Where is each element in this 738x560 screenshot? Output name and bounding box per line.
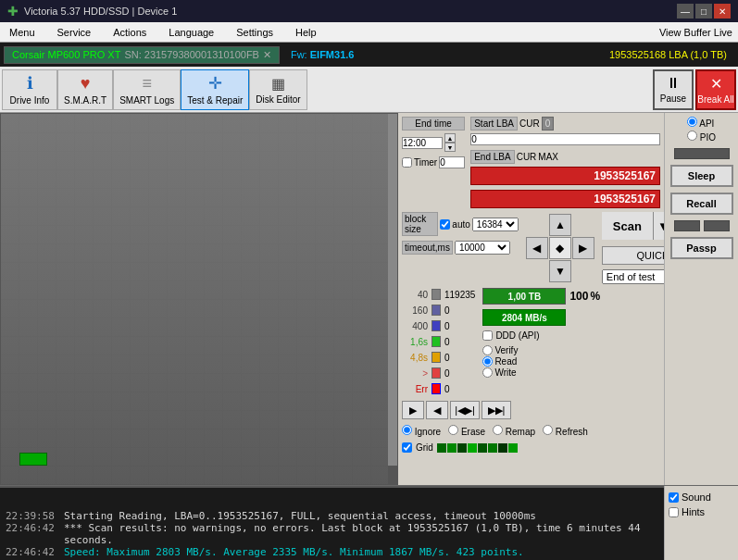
api-radio[interactable] xyxy=(687,117,697,127)
ddd-api-checkbox[interactable] xyxy=(482,330,493,341)
play-back-button[interactable]: ◀ xyxy=(426,401,448,419)
grid-cell-6 xyxy=(488,443,497,453)
close-button[interactable]: ✕ xyxy=(714,4,731,19)
end-lba-header: End LBA CUR MAX xyxy=(470,150,660,164)
bar-1600 xyxy=(432,336,441,347)
count-160: 160 0 xyxy=(402,305,475,316)
break-icon: ✕ xyxy=(710,75,722,93)
smart-button[interactable]: ♥ S.M.A.R.T xyxy=(57,69,113,110)
block-size-row: block size auto 16384 8192 4096 xyxy=(402,212,519,236)
view-buffer-live[interactable]: View Buffer Live xyxy=(659,27,732,38)
end-time-down[interactable]: ▼ xyxy=(444,143,456,152)
drive-info-button[interactable]: ℹ Drive Info xyxy=(2,69,57,110)
auto-checkbox[interactable] xyxy=(440,219,450,230)
arrow-empty-br xyxy=(572,260,594,282)
refresh-radio[interactable] xyxy=(543,425,553,435)
sound-checkbox[interactable] xyxy=(669,492,679,503)
timeout-label: timeout,ms xyxy=(402,241,453,255)
disk-editor-button[interactable]: ▦ Disk Editor xyxy=(249,69,306,110)
end-time-input-row: ▲ ▼ xyxy=(402,133,465,152)
erase-radio[interactable] xyxy=(448,425,458,435)
refresh-radio-label[interactable]: Refresh xyxy=(543,425,588,437)
arrow-empty-tr xyxy=(572,214,594,236)
hints-checkbox[interactable] xyxy=(669,507,679,517)
log-row-0: 22:39:58 Starting Reading, LBA=0..195352… xyxy=(6,510,658,522)
arrow-center[interactable]: ◆ xyxy=(549,237,571,259)
end-time-input[interactable] xyxy=(402,137,443,149)
remap-radio-label[interactable]: Remap xyxy=(493,425,535,437)
remap-radio[interactable] xyxy=(493,425,503,435)
verify-radio-label[interactable]: Verify xyxy=(482,345,660,355)
smart-logs-button[interactable]: ≡ SMART Logs xyxy=(113,69,181,110)
passp-button[interactable]: Passp xyxy=(670,237,733,259)
counts-progress-row: 40 119235 160 0 400 0 1 xyxy=(402,288,660,395)
ignore-radio-label[interactable]: Ignore xyxy=(402,425,441,437)
write-radio[interactable] xyxy=(482,367,493,378)
size-progress-row: 1,00 TB 100 % xyxy=(482,288,660,305)
recall-button[interactable]: Recall xyxy=(670,193,733,215)
start-lba-cur-val: 0 xyxy=(542,117,555,131)
menu-item-service[interactable]: Service xyxy=(54,27,95,38)
write-radio-label[interactable]: Write xyxy=(482,367,660,378)
grid-checkbox[interactable] xyxy=(402,442,412,453)
end-of-test-select[interactable]: End of test xyxy=(602,269,664,284)
verify-radio[interactable] xyxy=(482,345,493,355)
sound-label: Sound xyxy=(682,492,711,503)
toolbar: ℹ Drive Info ♥ S.M.A.R.T ≡ SMART Logs ✛ … xyxy=(0,67,738,113)
timer-checkbox[interactable] xyxy=(402,157,412,168)
ddd-api-label: DDD (API) xyxy=(495,330,539,341)
drive-tab[interactable]: Corsair MP600 PRO XT SN: 231579380001310… xyxy=(4,46,280,64)
menu-item-settings[interactable]: Settings xyxy=(232,27,277,38)
arrow-down[interactable]: ▼ xyxy=(549,260,571,282)
timeout-select[interactable]: 10000 5000 30000 xyxy=(455,241,510,255)
start-lba-input[interactable] xyxy=(470,133,660,145)
erase-radio-label[interactable]: Erase xyxy=(448,425,485,437)
pio-radio-label[interactable]: PIO xyxy=(687,131,716,143)
block-size-select[interactable]: 16384 8192 4096 xyxy=(472,218,519,231)
center-panel xyxy=(0,113,398,485)
arrow-right[interactable]: ▶ xyxy=(572,237,594,259)
drive-fw: Fw: EIFM31.6 xyxy=(283,47,361,62)
count-4800: 4,8s 0 xyxy=(402,352,475,363)
hints-check-label[interactable]: Hints xyxy=(669,506,734,517)
count-err: Err 0 xyxy=(402,383,475,394)
read-radio[interactable] xyxy=(482,356,493,367)
app-icon: ✚ xyxy=(7,4,19,19)
pio-radio[interactable] xyxy=(687,131,697,141)
play-skip-button[interactable]: |◀▶| xyxy=(450,401,480,419)
menu-item-help[interactable]: Help xyxy=(292,27,320,38)
test-repair-button[interactable]: ✛ Test & Repair xyxy=(181,69,249,110)
minimize-button[interactable]: — xyxy=(677,4,694,19)
ignore-radio[interactable] xyxy=(402,425,412,435)
top-params-row: End time ▲ ▼ Timer xyxy=(402,117,660,208)
log-row-1: 22:46:42 *** Scan results: no warnings, … xyxy=(6,522,658,546)
scan-dropdown-button[interactable]: ▼ xyxy=(654,212,664,240)
timer-input[interactable] xyxy=(439,156,465,168)
graph-scrollbar-thumb[interactable] xyxy=(388,466,397,484)
tool-right: ⏸ Pause ✕ Break All xyxy=(653,69,736,110)
drive-sn: SN: 231579380001310100FB xyxy=(124,49,259,60)
menu-item-actions[interactable]: Actions xyxy=(109,27,150,38)
arrow-up[interactable]: ▲ xyxy=(549,214,571,236)
pause-button[interactable]: ⏸ Pause xyxy=(653,69,694,110)
arrow-left[interactable]: ◀ xyxy=(526,237,548,259)
test-repair-icon: ✛ xyxy=(208,73,222,93)
remap-label: Remap xyxy=(506,427,535,437)
scan-button[interactable]: Scan xyxy=(602,212,654,240)
menu-item-language[interactable]: Language xyxy=(165,27,218,38)
speed-row: 2804 MB/s xyxy=(482,309,660,326)
api-radio-label[interactable]: API xyxy=(687,117,716,129)
menu-item-menu[interactable]: Menu xyxy=(6,27,39,38)
drive-tab-close[interactable]: ✕ xyxy=(263,49,271,61)
graph-scrollbar[interactable] xyxy=(388,114,397,484)
play-forward-button[interactable]: ▶ xyxy=(402,401,424,419)
quick-button[interactable]: QUICK xyxy=(602,246,664,265)
read-radio-label[interactable]: Read xyxy=(482,356,660,367)
break-all-button[interactable]: ✕ Break All xyxy=(695,69,736,110)
sound-check-label[interactable]: Sound xyxy=(669,492,734,503)
sleep-button[interactable]: Sleep xyxy=(670,165,733,187)
end-time-up[interactable]: ▲ xyxy=(444,133,456,143)
block-size-label: block size xyxy=(402,212,438,236)
maximize-button[interactable]: □ xyxy=(695,4,712,19)
play-end-button[interactable]: ▶▶| xyxy=(482,401,511,419)
